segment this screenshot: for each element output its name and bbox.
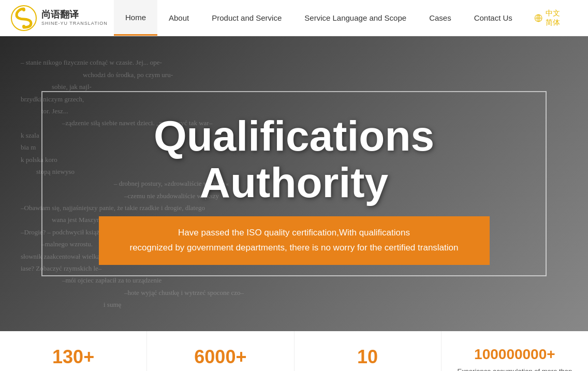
logo-english: SHINE-YU TRANSLATION [41, 21, 108, 26]
stat-languages-number: 130+ [52, 346, 94, 368]
nav-product[interactable]: Product and Service [200, 0, 293, 36]
lang-label: 中文简体 [546, 9, 567, 27]
stats-section: 130+ Covering more than 130 languages ar… [0, 331, 588, 371]
nav-cases[interactable]: Cases [418, 0, 463, 36]
hero-content: Qualifications Authority Have passed the… [0, 36, 588, 331]
logo-chinese: 尚语翻译 [41, 9, 108, 21]
language-switch[interactable]: 中文简体 [524, 9, 578, 27]
stat-translators: 6000+ More than 6,000 commonly used prof… [147, 331, 294, 371]
stat-fields: 10 Professional translation in ten field… [295, 331, 442, 371]
hero-title: Qualifications Authority [74, 113, 514, 206]
hero-frame: Qualifications Authority Have passed the… [41, 91, 547, 276]
logo: 尚语翻译 SHINE-YU TRANSLATION [10, 5, 114, 32]
hero-subtitle: Have passed the ISO quality certificatio… [99, 216, 490, 265]
nav-contact[interactable]: Contact Us [463, 0, 524, 36]
svg-point-2 [22, 25, 25, 28]
globe-icon [534, 12, 542, 24]
hero-subtitle-line1: Have passed the ISO quality certificatio… [130, 226, 459, 241]
stat-words: 100000000+ Experience accumulation of mo… [442, 331, 588, 371]
stat-languages: 130+ Covering more than 130 languages ar… [0, 331, 147, 371]
nav-home[interactable]: Home [114, 0, 157, 36]
nav-about[interactable]: About [157, 0, 200, 36]
hero-subtitle-line2: recognized by government departments, th… [130, 241, 459, 256]
stat-fields-number: 10 [357, 346, 378, 368]
stat-words-desc: Experience accumulation of more than 100… [452, 366, 578, 371]
logo-icon [10, 5, 37, 32]
stat-words-number: 100000000+ [474, 346, 555, 363]
logo-text: 尚语翻译 SHINE-YU TRANSLATION [41, 9, 108, 26]
stat-translators-number: 6000+ [194, 346, 246, 368]
svg-point-1 [22, 8, 25, 11]
hero-section: – stanie nikogo fizycznie cofnąć w czasi… [0, 36, 588, 331]
nav-service[interactable]: Service Language and Scope [293, 0, 418, 36]
main-nav: Home About Product and Service Service L… [114, 0, 524, 36]
header: 尚语翻译 SHINE-YU TRANSLATION Home About Pro… [0, 0, 588, 36]
